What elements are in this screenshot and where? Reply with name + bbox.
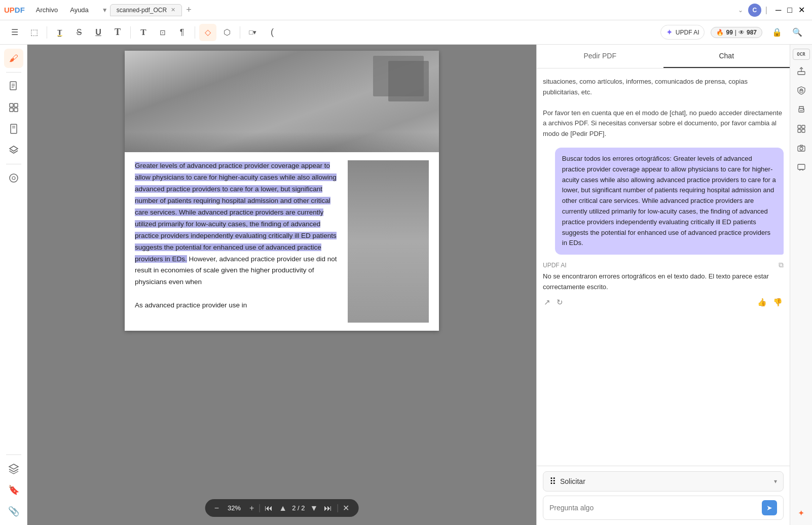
nav-separator-2: [337, 504, 338, 512]
tab-add-button[interactable]: +: [186, 5, 192, 15]
pdf-image-right-photo: [348, 160, 429, 323]
ai-message-label: UPDF AI: [543, 262, 567, 269]
text2-button[interactable]: T: [135, 24, 152, 41]
prev-page-button[interactable]: ▲: [278, 503, 288, 514]
svg-rect-7: [14, 108, 18, 112]
page-navigation: − + ⏮ ▲ 2 / 2 ▼ ⏭ ✕: [205, 499, 359, 517]
menu-ayuda[interactable]: Ayuda: [67, 5, 92, 15]
solicitar-label: Solicitar: [560, 477, 774, 485]
tab-scanned-pdf[interactable]: scanned-pdf_OCR ✕: [110, 4, 182, 16]
send-button[interactable]: ➤: [762, 500, 777, 515]
paragraph-button[interactable]: ¶: [173, 24, 191, 41]
zoom-input[interactable]: [224, 504, 244, 512]
lock-button[interactable]: 🔒: [768, 24, 786, 41]
comment-tool-button[interactable]: ⬚: [25, 24, 43, 41]
pdf-paragraph: Greater levels of advanced practice prov…: [135, 160, 342, 288]
sidebar-item-bookmark-bottom[interactable]: 🔖: [4, 480, 23, 500]
print-button[interactable]: [793, 101, 809, 118]
sidebar-item-highlight[interactable]: 🖌: [4, 49, 23, 68]
sidebar-item-layers[interactable]: [4, 141, 23, 160]
svg-rect-5: [14, 103, 18, 107]
current-page: 2: [292, 504, 296, 512]
title-bar: UPDF Archivo Ayuda ▼ scanned-pdf_OCR ✕ +…: [0, 0, 812, 20]
sidebar-item-thumbnails[interactable]: [4, 98, 23, 117]
input-area: ⠿ Solicitar ▾ ➤: [537, 466, 790, 525]
svg-point-13: [12, 177, 15, 180]
first-page-button[interactable]: ⏮: [264, 503, 274, 514]
strikethrough-button[interactable]: S: [70, 24, 88, 41]
toolbar-separator-1: [47, 26, 47, 39]
svg-marker-11: [10, 146, 18, 151]
system-message-2: Por favor ten en cuenta que en el modo d…: [543, 106, 784, 142]
stamp-button[interactable]: ⬡: [218, 24, 236, 41]
avatar: C: [748, 4, 761, 17]
svg-point-27: [800, 147, 803, 150]
counter-badge: 🔥 99 | 👁 987: [711, 27, 762, 38]
tab-label: scanned-pdf_OCR: [117, 7, 167, 14]
open-link-button[interactable]: ↗: [543, 297, 551, 308]
ai-message-container: UPDF AI ⧉ No se encontraron errores orto…: [543, 261, 784, 308]
left-sidebar: 🖌 🔖 📎: [0, 45, 27, 525]
sidebar-sep-3: [6, 454, 21, 455]
pdf-two-column: Greater levels of advanced practice prov…: [135, 160, 429, 323]
text-tool-button[interactable]: T: [109, 24, 126, 41]
thumbs-down-button[interactable]: 👎: [772, 297, 784, 308]
search-button[interactable]: 🔍: [789, 24, 806, 41]
nav-separator-1: [259, 504, 260, 512]
system-message-1: situaciones, como artículos, informes, c…: [543, 75, 784, 100]
svg-rect-4: [10, 103, 13, 107]
organize-button[interactable]: [793, 121, 809, 137]
camera-button[interactable]: [793, 140, 809, 156]
updf-special-button[interactable]: ✦: [793, 505, 809, 521]
sidebar-item-stacks[interactable]: [4, 459, 23, 478]
maximize-button[interactable]: □: [784, 5, 795, 16]
svg-rect-25: [802, 129, 805, 132]
tab-pedir-pdf[interactable]: Pedir PDF: [537, 45, 663, 68]
next-page-button[interactable]: ▼: [309, 503, 319, 514]
close-nav-button[interactable]: ✕: [342, 502, 350, 514]
export-button[interactable]: [793, 63, 809, 79]
pdf-paragraph-2: As advanced practice provider use in: [135, 300, 342, 311]
tab-close-icon[interactable]: ✕: [171, 7, 175, 13]
comment-panel-button[interactable]: [793, 159, 809, 176]
eye-icon: 👁: [739, 29, 745, 36]
main-area: 🖌 🔖 📎: [0, 45, 812, 525]
solicitar-bar[interactable]: ⠿ Solicitar ▾: [543, 471, 784, 492]
textbox-button[interactable]: ⊡: [154, 24, 171, 41]
ocr-button[interactable]: OCR: [793, 49, 810, 60]
menu-archivo[interactable]: Archivo: [33, 5, 61, 15]
sidebar-item-bookmarks[interactable]: [4, 119, 23, 138]
chat-input[interactable]: [549, 504, 762, 512]
shape-button[interactable]: □▾: [244, 24, 262, 41]
sidebar-item-attachment[interactable]: 📎: [4, 502, 23, 521]
sidebar-item-pages[interactable]: [4, 77, 23, 96]
zoom-out-button[interactable]: −: [213, 503, 220, 514]
panel-tabs: Pedir PDF Chat: [537, 45, 790, 68]
tab-list-chevron[interactable]: ⌄: [738, 7, 743, 14]
sidebar-bottom-group: 🔖 📎: [4, 452, 23, 521]
fire-icon: 🔥: [716, 29, 724, 36]
security-button[interactable]: [793, 82, 809, 98]
refresh-button[interactable]: ↻: [556, 297, 564, 308]
pdf-page: Greater levels of advanced practice prov…: [125, 51, 439, 331]
highlight-button[interactable]: T̲: [51, 24, 68, 41]
underline-button[interactable]: U: [90, 24, 107, 41]
copy-icon[interactable]: ⧉: [779, 261, 784, 269]
last-page-button[interactable]: ⏭: [323, 503, 333, 514]
close-button[interactable]: ✕: [795, 4, 808, 16]
user-message: Buscar todos los errores ortográficos: G…: [555, 148, 784, 255]
sidebar-item-extra[interactable]: [4, 168, 23, 188]
list-tool-button[interactable]: ☰: [6, 24, 23, 41]
pdf-image-right: [348, 160, 429, 323]
minimize-button[interactable]: ─: [772, 5, 784, 16]
zoom-in-button[interactable]: +: [248, 503, 255, 514]
pdf-viewer: Greater levels of advanced practice prov…: [27, 45, 536, 525]
thumbs-up-button[interactable]: 👍: [756, 297, 768, 308]
ai-message-actions: ↗ ↻ 👍 👎: [543, 297, 784, 308]
ai-badge[interactable]: ✦ UPDF AI: [660, 25, 705, 40]
eraser-button[interactable]: ◇: [199, 24, 216, 41]
bracket-button[interactable]: (: [264, 24, 281, 41]
ai-message-body: No se encontraron errores ortográficos e…: [543, 271, 784, 293]
tab-dropdown-arrow[interactable]: ▼: [102, 7, 108, 14]
tab-chat[interactable]: Chat: [663, 45, 790, 68]
